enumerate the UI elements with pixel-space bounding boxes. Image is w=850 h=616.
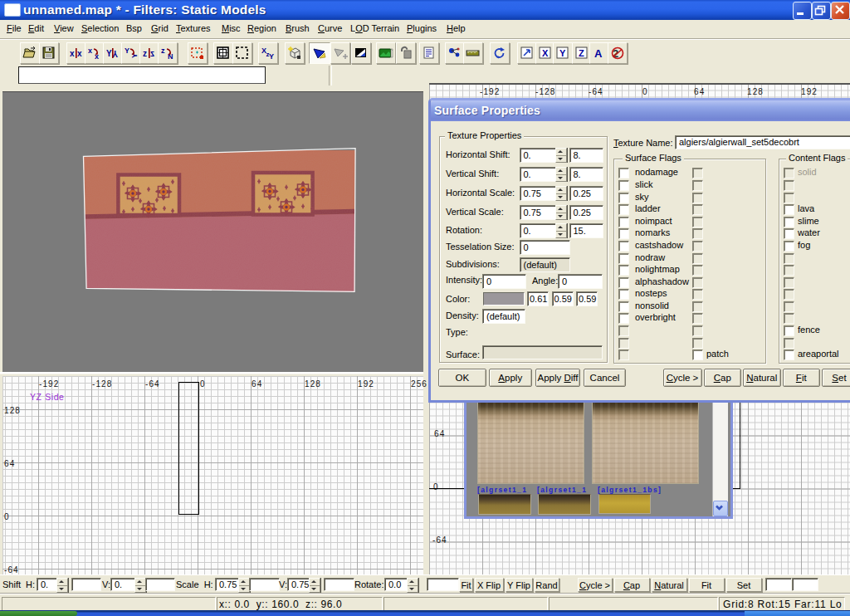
svg-text:z: z (150, 49, 154, 58)
svg-text:x: x (70, 49, 75, 58)
svg-text:z: z (143, 49, 147, 58)
svg-text:x: x (88, 46, 92, 55)
svg-text:Y: Y (106, 49, 112, 58)
svg-text:A: A (594, 47, 603, 60)
svg-text:Y: Y (559, 48, 566, 58)
svg-text:Y: Y (130, 53, 139, 58)
svg-text:x: x (77, 49, 82, 58)
svg-text:z: z (161, 46, 165, 55)
svg-text:Y: Y (125, 46, 129, 55)
svg-text:X: X (542, 48, 549, 58)
svg-text:Z: Z (579, 48, 584, 58)
svg-text:Y: Y (269, 52, 274, 61)
